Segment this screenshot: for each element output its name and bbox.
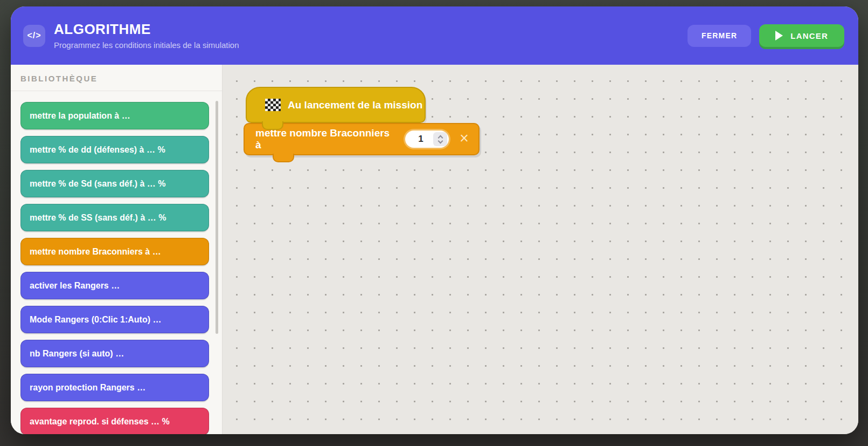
library-block-1[interactable]: mettre % de dd (défenses) à … % bbox=[20, 136, 209, 163]
hat-block-mission-start[interactable]: Au lancement de la mission bbox=[246, 87, 426, 123]
set-block-label: mettre nombre Braconniers à bbox=[255, 127, 394, 151]
page-title: ALGORITHME bbox=[54, 22, 239, 38]
fermer-button[interactable]: FERMER bbox=[688, 25, 751, 47]
library-block-9[interactable]: avantage reprod. si défenses … % bbox=[20, 408, 209, 434]
number-stepper[interactable] bbox=[433, 132, 447, 146]
number-input[interactable]: 1 bbox=[405, 131, 449, 148]
page-subtitle: Programmez les conditions initiales de l… bbox=[54, 40, 239, 50]
library-block-0[interactable]: mettre la population à … bbox=[20, 102, 209, 129]
block-library-panel: BIBLIOTHÈQUE mettre la population à …met… bbox=[11, 65, 223, 434]
library-block-3[interactable]: mettre % de SS (sans déf.) à … % bbox=[20, 204, 209, 231]
library-block-5[interactable]: activer les Rangers … bbox=[20, 272, 209, 299]
delete-block-icon[interactable]: × bbox=[460, 131, 469, 148]
checkered-flag-icon bbox=[265, 99, 281, 111]
play-icon bbox=[775, 31, 783, 40]
block-connector-tab bbox=[273, 154, 294, 162]
lancer-button-label: LANCER bbox=[790, 31, 828, 40]
code-icon: </> bbox=[23, 25, 45, 47]
library-scrollbar[interactable] bbox=[216, 101, 218, 334]
library-title: BIBLIOTHÈQUE bbox=[11, 65, 222, 83]
library-block-2[interactable]: mettre % de Sd (sans déf.) à … % bbox=[20, 170, 209, 197]
library-block-7[interactable]: nb Rangers (si auto) … bbox=[20, 340, 209, 367]
lancer-button[interactable]: LANCER bbox=[759, 24, 844, 47]
block-connector-tab bbox=[262, 121, 283, 130]
dialog-header: </> ALGORITHME Programmez les conditions… bbox=[11, 6, 858, 65]
workspace-canvas[interactable]: Au lancement de la mission mettre nombre… bbox=[223, 65, 858, 434]
library-list: mettre la population à …mettre % de dd (… bbox=[11, 91, 222, 434]
library-block-4[interactable]: mettre nombre Braconniers à … bbox=[20, 238, 209, 265]
library-block-6[interactable]: Mode Rangers (0:Clic 1:Auto) … bbox=[20, 306, 209, 333]
library-block-8[interactable]: rayon protection Rangers … bbox=[20, 374, 209, 401]
hat-block-label: Au lancement de la mission bbox=[288, 99, 422, 111]
algorithm-dialog: </> ALGORITHME Programmez les conditions… bbox=[11, 6, 858, 434]
number-input-value[interactable]: 1 bbox=[413, 134, 429, 145]
